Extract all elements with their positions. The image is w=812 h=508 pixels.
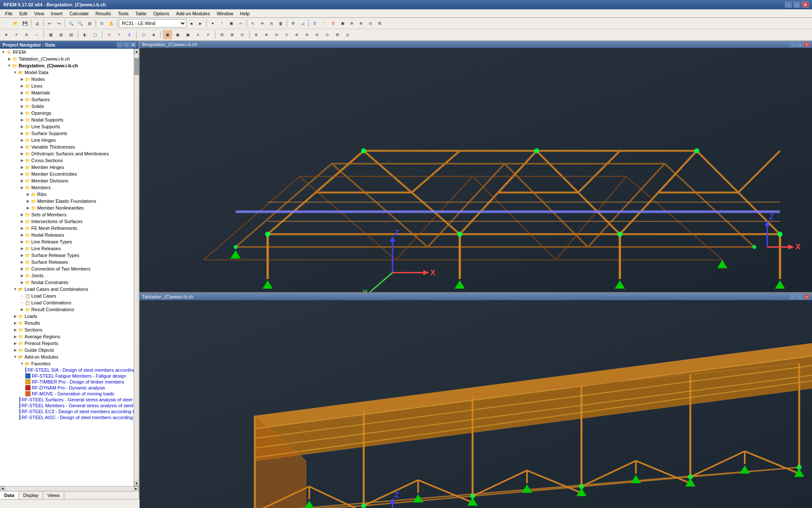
menu-help[interactable]: Help	[237, 10, 253, 17]
tree-surface-release-types[interactable]: ▶ 📁 Surface Release Types	[0, 252, 134, 259]
tree-line-release-types[interactable]: ▶ 📁 Line Release Types	[0, 238, 134, 245]
tree-rf-timber-pro[interactable]: RF-TIMBER Pro - Design of timber members	[0, 379, 134, 385]
tb2-more5[interactable]: ⊚	[292, 30, 302, 39]
tb2-view2[interactable]: ▥	[56, 30, 66, 39]
mef-toggle[interactable]: ▶	[25, 199, 30, 204]
menu-results[interactable]: Results	[92, 10, 115, 17]
tb2-more6[interactable]: ⊛	[302, 30, 312, 39]
scrollbar-down-button[interactable]: ▼	[134, 481, 139, 486]
aom-toggle[interactable]: ▼	[13, 354, 18, 359]
joints-toggle[interactable]: ▶	[19, 273, 25, 278]
tb2-view3[interactable]: ▤	[66, 30, 76, 39]
tb2-more10[interactable]: ◎	[343, 30, 352, 39]
tree-fe-mesh[interactable]: ▶ 📁 FE Mesh Refinements	[0, 225, 134, 232]
navigator-tree[interactable]: ▼ 🖥 RFEM ▶ 📁 Talstation_(C)www.i-b.ch ▼ …	[0, 49, 134, 486]
tree-intersections[interactable]: ▶ 📁 Intersections of Surfaces	[0, 218, 134, 225]
nodes-toggle[interactable]: ▶	[19, 77, 25, 82]
tb2-color1[interactable]: ▣	[163, 30, 172, 39]
tree-member-hinges[interactable]: ▶ 📁 Member Hinges	[0, 164, 134, 171]
tb-more3[interactable]: ⊗	[357, 19, 366, 28]
tb-undo[interactable]: ↩	[45, 19, 54, 28]
lcomb-toggle[interactable]: ─	[19, 300, 25, 305]
int-toggle[interactable]: ▶	[19, 219, 25, 224]
tree-loads[interactable]: ▶ 📁 Loads	[0, 313, 134, 320]
menu-calculate[interactable]: Calculate	[66, 10, 92, 17]
scrollbar-thumb[interactable]	[134, 58, 139, 75]
tb-open[interactable]: 📂	[11, 19, 20, 28]
tb2-more7[interactable]: ⊜	[313, 30, 322, 39]
tree-connection-two-members[interactable]: ▶ 📁 Connection of Two Members	[0, 265, 134, 272]
lr-toggle[interactable]: ▶	[19, 246, 25, 251]
nav-header-controls[interactable]: ─ □ ✕	[117, 42, 136, 47]
tree-sets-members[interactable]: ▶ 📁 Sets of Members	[0, 211, 134, 218]
hscrollbar-track[interactable]	[5, 487, 134, 491]
tb2-iso[interactable]: ⬡	[139, 30, 148, 39]
tb2-wire[interactable]: ▢	[91, 30, 100, 39]
hscrollbar-left-button[interactable]: ◄	[0, 486, 5, 491]
tb-results[interactable]: 📊	[298, 19, 307, 28]
tb2-more9[interactable]: ⊞	[333, 30, 342, 39]
tree-sections[interactable]: ▶ 📁 Sections	[0, 326, 134, 333]
ortho-toggle[interactable]: ▶	[19, 151, 25, 156]
nav-tab-display[interactable]: Display	[19, 491, 43, 499]
tb-rotate[interactable]: ↻	[97, 19, 107, 28]
fav-toggle[interactable]: ▼	[19, 361, 25, 366]
scrollbar-up-button[interactable]: ▲	[134, 49, 139, 54]
ribs-toggle[interactable]: ▶	[25, 192, 30, 197]
mh-toggle[interactable]: ▶	[19, 165, 25, 170]
tree-surfaces[interactable]: ▶ 📁 Surfaces	[0, 96, 134, 103]
vp-top-minimize[interactable]: ─	[790, 42, 796, 47]
tb2-render[interactable]: ◐	[80, 30, 90, 39]
tb-delete[interactable]: 🗑	[276, 19, 285, 28]
vp-top-restore[interactable]: □	[797, 42, 803, 47]
viewport-bottom-canvas[interactable]: Z X Y	[140, 300, 812, 508]
lc-toggle[interactable]: ─	[19, 293, 25, 298]
menu-tools[interactable]: Tools	[114, 10, 132, 17]
tree-rf-steel-ec3[interactable]: RF-STEEL EC3 - Design of steel members a…	[0, 409, 134, 414]
members-toggle[interactable]: ▶	[19, 185, 25, 190]
cs-toggle[interactable]: ▶	[19, 158, 25, 163]
tree-nodal-releases[interactable]: ▶ 📁 Nodal Releases	[0, 232, 134, 238]
tree-rf-steel-aisc[interactable]: RF-STEEL AISC - Design of steel members …	[0, 414, 134, 420]
tree-surface-releases[interactable]: ▶ 📁 Surface Releases	[0, 259, 134, 265]
line-supports-toggle[interactable]: ▶	[19, 124, 25, 129]
tb-redo[interactable]: ↪	[54, 19, 63, 28]
sr-toggle[interactable]: ▶	[19, 260, 25, 265]
lines-toggle[interactable]: ▶	[19, 83, 25, 88]
var-thick-toggle[interactable]: ▶	[19, 144, 25, 149]
bergstation-toggle[interactable]: ▼	[7, 63, 12, 68]
tree-openings[interactable]: ▶ 📁 Openings	[0, 110, 134, 116]
tb-zoomfit[interactable]: ⊞	[85, 19, 94, 28]
tb2-dim[interactable]: ↔	[32, 30, 41, 39]
tree-lines[interactable]: ▶ 📁 Lines	[0, 83, 134, 89]
menu-edit[interactable]: Edit	[16, 10, 31, 17]
tree-printout-reports[interactable]: ▶ 📁 Printout Reports	[0, 340, 134, 347]
tb-zoomin[interactable]: 🔍	[66, 19, 76, 28]
tb2-cs2[interactable]: ⊠	[228, 30, 237, 39]
som-toggle[interactable]: ▶	[19, 212, 25, 217]
viewport-top-controls[interactable]: ─ □ ✕	[790, 42, 809, 47]
tree-nodal-supports[interactable]: ▶ 📁 Nodal Supports	[0, 116, 134, 123]
menu-view[interactable]: View	[31, 10, 48, 17]
vp-bottom-minimize[interactable]: ─	[790, 294, 796, 299]
tb2-color2[interactable]: ▣	[173, 30, 182, 39]
tb-new[interactable]: 📄	[2, 19, 11, 28]
tree-guide-objects[interactable]: ▶ 📁 Guide Objects	[0, 347, 134, 353]
surface-supports-toggle[interactable]: ▶	[19, 131, 25, 136]
nodal-supports-toggle[interactable]: ▶	[19, 117, 25, 122]
tree-member-divisions[interactable]: ▶ 📁 Member Divisions	[0, 177, 134, 184]
tb2-more1[interactable]: ⊕	[252, 30, 261, 39]
tb-more4[interactable]: ◎	[366, 19, 375, 28]
tree-addon-modules[interactable]: ▼ 📂 Add-on Modules	[0, 353, 134, 360]
tree-results[interactable]: ▶ 📁 Results	[0, 320, 134, 326]
tree-surface-supports[interactable]: ▶ 📁 Surface Supports	[0, 130, 134, 137]
tb-rf-steel[interactable]: S	[310, 19, 319, 28]
tb-print[interactable]: 🖨	[33, 19, 42, 28]
menu-window[interactable]: Window	[213, 10, 236, 17]
tree-average-regions[interactable]: ▶ 📁 Average Regions	[0, 333, 134, 340]
tb2-more8[interactable]: ⊝	[323, 30, 332, 39]
tree-line-releases[interactable]: ▶ 📁 Line Releases	[0, 245, 134, 252]
fem-toggle[interactable]: ▶	[19, 226, 25, 231]
nc-toggle[interactable]: ▶	[19, 280, 25, 285]
tree-line-supports[interactable]: ▶ 📁 Line Supports	[0, 123, 134, 130]
